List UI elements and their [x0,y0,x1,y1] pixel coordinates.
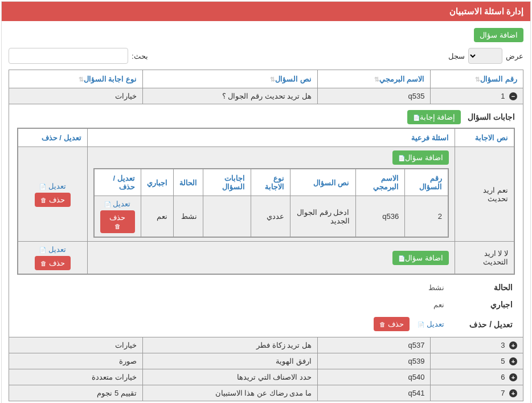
cell-text: ما مدى رضاك عن هذا الاستبيان [142,385,317,401]
status-row: الحالة نشط [17,283,515,292]
detail-row: اجابات السؤال إضافة إجابة نص الاجابة اسئ… [9,104,523,337]
collapse-icon[interactable]: − [509,92,517,100]
cell-code: q541 [317,385,431,401]
scol-req: اجباري [141,169,173,196]
trash-icon [40,196,47,204]
records-label: سجل [448,52,465,60]
required-row: اجباري نعم [17,300,515,309]
col-sub-questions: اسئلة فرعية [87,128,455,147]
scell-req: نعم [141,196,173,238]
search-label: بحث: [132,52,148,60]
delete-button[interactable]: حذف [374,317,410,331]
scell-code: q536 [355,196,405,238]
table-toolbar: عرض سجل بحث: [9,48,523,64]
scell-status: نشط [173,196,203,238]
cell-code: q535 [317,88,431,104]
sort-icon: ⇅ [374,76,379,83]
table-row: + 7 q541 ما مدى رضاك عن هذا الاستبيان تق… [9,385,523,401]
sort-icon: ⇅ [270,76,275,83]
scol-ed: تعديل / حذف [94,169,141,196]
cell-text: ارفق الهوية [142,353,317,369]
scol-text: نص السؤال [290,169,355,196]
col-code[interactable]: الاسم البرمجي⇅ [317,70,431,88]
scell-atype: عددي [251,196,290,238]
col-edit-delete: تعديل / حذف [18,128,87,147]
delete-button[interactable]: حذف [35,256,71,270]
edit-link[interactable]: تعديل [39,245,66,254]
trash-icon [40,259,47,267]
col-question-no[interactable]: رقم السؤال⇅ [431,70,523,88]
sub-questions-table: رقم السؤال الاسم البرمجي نص السؤال نوع ا… [93,168,449,238]
answer-text-cell: لا لا اريد التحديث [455,242,514,275]
subq-row: 2 q536 ادخل رقم الجوال الجديد عددي نشط ن… [94,196,448,238]
expand-icon[interactable]: + [509,373,517,381]
answers-table: نص الاجابة اسئلة فرعية تعديل / حذف نعم ا… [17,128,515,275]
cell-text: هل تريد زكاة فطر [142,337,317,353]
cell-qno: 1 [501,92,505,100]
scol-atype: نوع الاجابة [251,169,290,196]
show-label: عرض [506,52,523,60]
status-label: الحالة [456,283,513,292]
delete-button[interactable]: حذف [35,193,71,207]
answer-row: نعم اريد تحديث اضافة سؤال رقم السؤال الا [18,147,514,242]
document-icon [39,246,46,253]
questions-table: رقم السؤال⇅ الاسم البرمجي⇅ نص السؤال⇅ نو… [9,70,523,401]
table-row: + 5 q539 ارفق الهوية صورة [9,353,523,369]
table-row: − 1 q535 هل تريد تحديث رقم الجوال ؟ خيار… [9,88,523,104]
cell-qno: 5 [501,357,505,365]
answer-row: لا لا اريد التحديث اضافة سؤال تعديل حذف [18,242,514,275]
add-subquestion-button[interactable]: اضافة سؤال [392,150,449,165]
trash-icon [114,222,121,230]
search-input[interactable] [9,48,128,64]
scell-no: 2 [405,196,448,238]
col-answer-text: نص الاجابة [455,128,514,147]
scol-qans: اجابات السؤال [203,169,251,196]
cell-qno: 3 [501,341,505,349]
cell-code: q540 [317,369,431,385]
table-header-row: رقم السؤال⇅ الاسم البرمجي⇅ نص السؤال⇅ نو… [9,70,523,88]
col-answer-type[interactable]: نوع اجابة السؤال⇅ [9,70,143,88]
cell-type: تقييم 5 نجوم [9,385,143,401]
scell-text: ادخل رقم الجوال الجديد [290,196,355,238]
scol-status: الحالة [173,169,203,196]
cell-type: خيارات متعددة [9,369,143,385]
cell-text: هل تريد تحديث رقم الجوال ؟ [142,88,317,104]
scell-qans [203,196,251,238]
survey-questions-panel: إدارة اسئلة الاستبيان اضافة سؤال عرض سجل… [1,1,531,403]
edit-link[interactable]: تعديل [104,200,131,208]
add-answer-button[interactable]: إضافة إجابة [407,110,461,124]
cell-text: حدد الاصناف التي تريدها [142,369,317,385]
cell-type: صورة [9,353,143,369]
expand-icon[interactable]: + [509,357,517,365]
cell-type: خيارات [9,88,143,104]
add-question-button[interactable]: اضافة سؤال [474,28,523,42]
edit-link[interactable]: تعديل [39,182,66,190]
answers-title: اجابات السؤال [468,112,515,121]
edit-link[interactable]: تعديل [418,320,444,328]
expand-icon[interactable]: + [509,341,517,349]
document-icon [413,113,420,121]
edit-delete-row: تعديل / حذف تعديل حذف [17,317,515,331]
status-value: نشط [428,283,444,292]
page-size-select[interactable] [468,48,502,64]
edit-delete-label: تعديل / حذف [456,320,513,329]
sort-icon: ⇅ [79,76,84,83]
add-subquestion-button[interactable]: اضافة سؤال [392,251,449,265]
panel-body: اضافة سؤال عرض سجل بحث: رقم السؤال⇅ الاس… [2,21,530,403]
cell-type: خيارات [9,337,143,353]
expand-icon[interactable]: + [509,389,517,397]
document-icon [398,254,405,262]
answer-text-cell: نعم اريد تحديث [455,147,514,242]
cell-code: q537 [317,337,431,353]
document-icon [418,321,424,328]
document-icon [104,201,111,207]
cell-code: q539 [317,353,431,369]
required-label: اجباري [456,300,513,309]
col-text[interactable]: نص السؤال⇅ [142,70,317,88]
required-value: نعم [433,300,444,309]
table-row: + 3 q537 هل تريد زكاة فطر خيارات [9,337,523,353]
scol-code: الاسم البرمجي [355,169,405,196]
document-icon [398,153,405,162]
panel-title: إدارة اسئلة الاستبيان [2,2,530,21]
delete-button[interactable]: حذف [100,210,135,233]
